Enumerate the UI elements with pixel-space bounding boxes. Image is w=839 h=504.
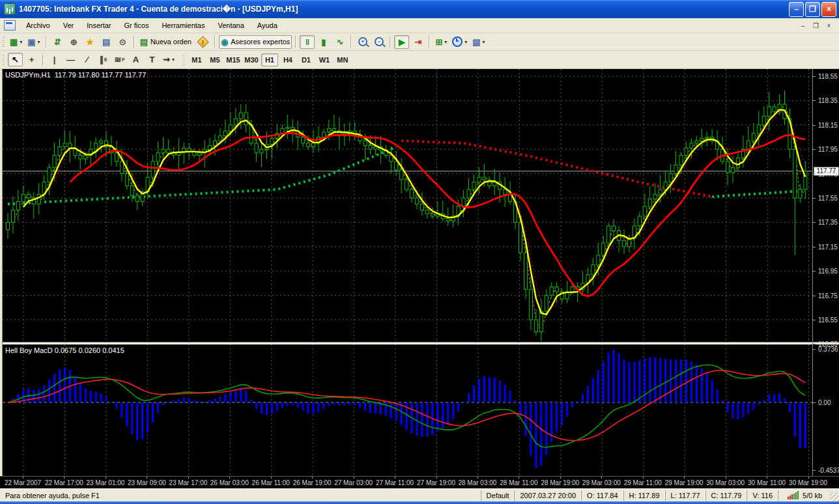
time-tick-label: 26 Mar 03:00 [210,479,249,486]
standard-toolbar: ▦▾▣▾⇵⊕★▤⊙▤Nueva orden!◉Asesores expertos… [0,33,839,51]
axis-tick-mark [813,247,816,247]
time-tick-label: 22 Mar 2007 [5,479,41,486]
indicator-pane[interactable]: Hell Boy MacD 0.0675 0.0260 0.0415 [3,344,812,476]
dropdown-arrow-icon: ▾ [172,57,175,63]
text-button[interactable]: A [128,53,143,66]
child-window-controls: – ❐ × [797,20,835,31]
arrows-button[interactable]: ⇝▾ [161,53,177,66]
maximize-button[interactable]: ❐ [805,2,820,17]
chart-document-icon [4,20,16,31]
new-chart-button[interactable]: ▦▾ [8,35,24,49]
market-watch-button[interactable]: ⇵ [50,35,65,49]
timeframe-d1-button[interactable]: D1 [298,53,315,66]
dropdown-arrow-icon: ▾ [444,39,447,45]
timeframe-m5-button[interactable]: M5 [206,53,223,66]
menu-insertar[interactable]: Insertar [80,20,117,31]
status-open: O: 117.84 [581,490,623,501]
periods-button[interactable]: ▾ [450,35,469,49]
timeframe-mn-button[interactable]: MN [334,53,351,66]
favorites-button[interactable]: ★ [83,35,98,49]
price-tick: 116.95 [818,268,838,275]
timeframe-h4-button[interactable]: H4 [279,53,296,66]
price-chart-canvas [3,69,812,342]
strategy-tester-button[interactable]: ⊙ [115,35,130,49]
close-button[interactable]: × [821,2,836,17]
arrows-icon: ⇝ [163,55,170,64]
axis-tick-mark [813,100,816,101]
application-window: 1407705: Interbank FX Trader 4 - Cuenta … [0,0,839,504]
chart-candles-button[interactable]: ▮ [316,35,331,49]
price-axis[interactable]: 117.77 118.55118.35118.15117.95117.75117… [812,69,839,476]
child-restore-button[interactable]: ❐ [810,20,822,31]
text-label-icon: T [150,55,155,64]
navigator-button[interactable]: ⊕ [66,35,81,49]
menu-ventana[interactable]: Ventana [211,20,250,31]
axis-tick-mark [813,149,816,150]
timeframe-h1-button[interactable]: H1 [261,53,278,66]
time-axis[interactable]: 22 Mar 200722 Mar 17:0023 Mar 01:0023 Ma… [0,476,839,489]
horizontal-line-button[interactable]: — [63,53,78,66]
profiles-button[interactable]: ▣▾ [25,35,42,49]
time-tick-mark [726,477,726,479]
child-close-button[interactable]: × [823,20,835,31]
asesores-expertos-icon: ◉ [221,38,228,46]
axis-tick-mark [813,271,816,272]
menu-herramientas[interactable]: Herramientas [155,20,211,31]
data-window-icon: ▤ [102,38,110,46]
axis-tick-mark [813,125,816,126]
zoom-in-button[interactable]: + [355,35,370,49]
templates-button[interactable]: ▨▾ [470,35,487,49]
chart-line-button[interactable]: ∿ [332,35,347,49]
menu-graficos[interactable]: Gr ficos [118,20,156,31]
fibonacci-button[interactable]: ≋F [112,53,127,66]
important-button[interactable]: ! [195,35,211,49]
equidistant-channel-button[interactable]: ∥E [96,53,111,66]
time-tick-mark [560,477,561,479]
data-window-button[interactable]: ▤ [99,35,114,49]
timeframe-m15-button[interactable]: M15 [225,53,242,66]
trendline-button[interactable]: ∕ [79,53,94,66]
main-chart-pane[interactable]: USDJPYm,H1 117.79 117.80 117.77 117.77 [3,69,812,342]
timeframe-w1-button[interactable]: W1 [316,53,333,66]
dropdown-arrow-icon: ▾ [20,39,22,45]
price-tick: 117.75 [818,170,838,177]
toolbar-grip[interactable] [182,54,185,66]
autoscroll-button[interactable]: ▶ [394,35,409,49]
asesores-expertos-button[interactable]: ◉Asesores expertos [219,35,292,49]
horizontal-line-icon: — [66,55,75,64]
indicators-button[interactable]: ⊞▾ [433,35,449,49]
child-minimize-button[interactable]: – [797,20,809,31]
cursor-button[interactable]: ↖ [8,53,23,66]
toolbar-grip[interactable] [2,54,5,66]
menu-ayuda[interactable]: Ayuda [251,20,284,31]
resize-grip[interactable] [830,492,839,501]
time-tick-mark [684,477,685,479]
menu-ver[interactable]: Ver [57,20,81,31]
new-chart-icon: ▦ [10,38,18,46]
status-profile[interactable]: Default [481,490,515,501]
time-tick-mark [147,477,147,479]
minimize-button[interactable]: – [789,2,804,17]
crosshair-button[interactable]: + [24,53,39,66]
toolbar-grip[interactable] [2,36,5,48]
nueva-orden-button[interactable]: ▤Nueva orden [138,35,193,49]
chart-shift-button[interactable]: ⇥ [410,35,425,49]
vertical-line-button[interactable]: | [47,53,62,66]
indicator-label: Hell Boy MacD 0.0675 0.0260 0.0415 [5,346,124,354]
axis-tick-mark [813,344,816,344]
toolbar-separator [42,54,44,66]
menu-archivo[interactable]: Archivo [20,20,57,31]
timeframe-m30-button[interactable]: M30 [243,53,260,66]
indicator-max-tick: 0.3736 [818,346,838,353]
toolbar-separator [390,36,391,48]
indicator-zero-tick: 0.00 [818,399,831,406]
toolbar-separator [295,36,296,48]
autoscroll-icon: ▶ [399,38,405,46]
text-label-button[interactable]: T [145,53,160,66]
chart-bars-button[interactable]: ‖ [300,35,315,49]
window-bottom-border [0,501,839,504]
time-tick-label: 29 Mar 19:00 [665,479,704,486]
time-tick-mark [601,477,602,479]
timeframe-m1-button[interactable]: M1 [188,53,205,66]
zoom-out-button[interactable]: − [371,35,386,49]
